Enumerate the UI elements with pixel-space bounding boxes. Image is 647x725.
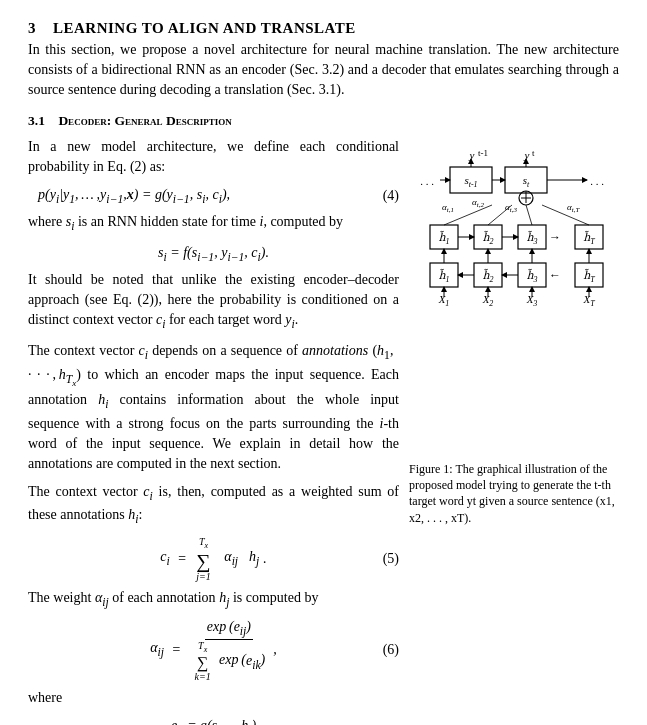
svg-text:h̃2: h̃2 xyxy=(482,268,493,284)
equation-5: ci = Tx ∑ j=1 αij hj. (5) xyxy=(28,536,399,582)
subsection-title-text: Decoder: General Description xyxy=(58,113,231,128)
text-column: In a new model architecture, we define e… xyxy=(28,137,399,725)
figure-column: y t-1 y t . . . . . . st-1 st xyxy=(409,137,619,725)
section-header: 3 Learning to Align and Translate xyxy=(28,18,619,40)
svg-text:y: y xyxy=(523,149,529,161)
eq-eij-formula: eij = a(si−1, hj) xyxy=(171,716,256,725)
svg-line-61 xyxy=(542,205,589,225)
svg-text:h̃1: h̃1 xyxy=(438,230,449,246)
svg-text:αt,1: αt,1 xyxy=(442,202,454,214)
subsection-header: 3.1 Decoder: General Description xyxy=(28,111,619,131)
svg-text:αt,2: αt,2 xyxy=(472,197,484,209)
svg-text:αt,3: αt,3 xyxy=(505,202,517,214)
svg-line-60 xyxy=(526,205,532,225)
equation-4: p(yi|y1, … ,yi−1,x) = g(yi−1, si, ci), (… xyxy=(28,185,399,209)
equation-si: si = f(si−1, yi−1, ci). xyxy=(28,243,399,267)
svg-text:h̃1: h̃1 xyxy=(438,268,449,284)
subsection-number: 3.1 xyxy=(28,113,45,128)
svg-text:. . .: . . . xyxy=(590,175,604,187)
svg-text:h̃2: h̃2 xyxy=(482,230,493,246)
svg-text:h̃T: h̃T xyxy=(583,230,595,246)
p3: The context vector ci depends on a seque… xyxy=(28,341,399,475)
p5: The weight αij of each annotation hj is … xyxy=(28,588,399,612)
eq4-number: (4) xyxy=(359,186,399,206)
svg-text:t-1: t-1 xyxy=(478,148,488,158)
eq5-formula: ci = Tx ∑ j=1 αij hj. xyxy=(160,536,266,582)
svg-text:st: st xyxy=(522,174,529,189)
svg-line-59 xyxy=(488,205,512,225)
p4: The context vector ci is, then, computed… xyxy=(28,482,399,529)
main-layout: In a new model architecture, we define e… xyxy=(28,137,619,725)
section-title-text: Learning to Align and Translate xyxy=(53,20,356,36)
svg-text:←: ← xyxy=(549,268,561,282)
svg-text:h̃3: h̃3 xyxy=(526,230,537,246)
equation-eij: eij = a(si−1, hj) xyxy=(28,716,399,725)
intro-paragraph: In this section, we propose a novel arch… xyxy=(28,40,619,101)
where-s-text: where si is an RNN hidden state for time… xyxy=(28,212,399,236)
svg-text:h̃T: h̃T xyxy=(583,268,595,284)
eq6-number: (6) xyxy=(359,640,399,660)
section-number: 3 xyxy=(28,20,36,36)
eq4-formula: p(yi|y1, … ,yi−1,x) = g(yi−1, si, ci), xyxy=(38,185,230,209)
p2: It should be noted that unlike the exist… xyxy=(28,270,399,334)
svg-text:→: → xyxy=(549,230,561,244)
equation-6: αij = exp (eij) Tx ∑ k=1 exp (eik) , ( xyxy=(28,618,399,682)
figure-caption: Figure 1: The graphical illustration of … xyxy=(409,461,619,526)
svg-text:st-1: st-1 xyxy=(464,174,477,189)
figure-1: y t-1 y t . . . . . . st-1 st xyxy=(412,145,617,455)
eq6-formula: αij = exp (eij) Tx ∑ k=1 exp (eik) , xyxy=(150,618,277,682)
svg-text:. . .: . . . xyxy=(420,175,434,187)
svg-text:y: y xyxy=(468,149,474,161)
p1: In a new model architecture, we define e… xyxy=(28,137,399,178)
svg-text:t: t xyxy=(532,148,535,158)
svg-text:αt,T: αt,T xyxy=(567,202,580,214)
svg-text:h̃3: h̃3 xyxy=(526,268,537,284)
p6-where: where xyxy=(28,688,399,708)
eq-si-formula: si = f(si−1, yi−1, ci). xyxy=(158,243,269,267)
eq5-number: (5) xyxy=(359,549,399,569)
